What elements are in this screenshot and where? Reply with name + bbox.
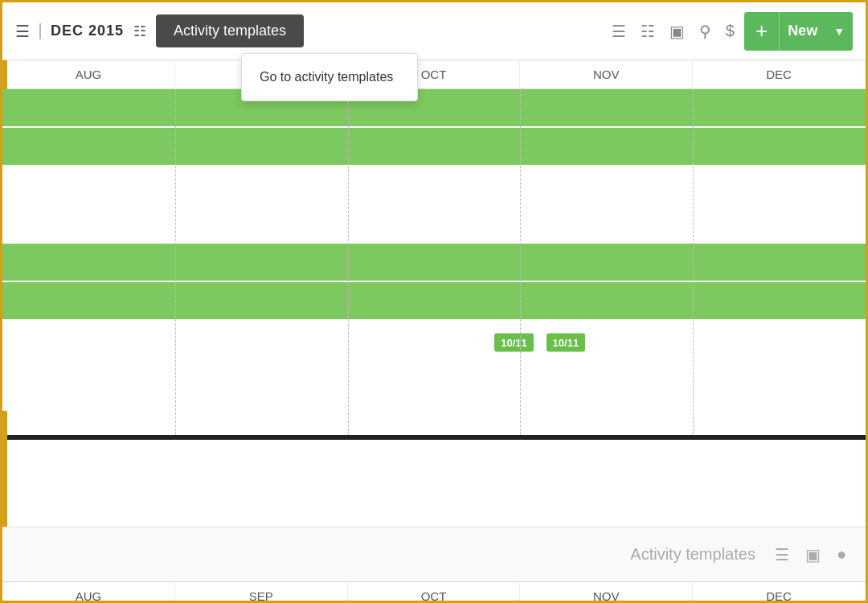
gantt-row-5 (2, 282, 866, 321)
list-view-icon[interactable]: ☰ (612, 22, 626, 41)
new-button-group: + New ▼ (744, 12, 853, 51)
bottom-pin-icon[interactable]: ● (837, 545, 846, 564)
gantt-area: AUG SEP OCT NOV DEC 10/11 (2, 60, 866, 527)
bottom-icons: ☰ ▣ ● (775, 545, 846, 564)
toolbar-icons-group: ☰ ☷ ▣ ⚲ $ (612, 22, 735, 41)
gantt-bar-2 (2, 128, 866, 165)
date-label: DEC 2015 (51, 23, 124, 39)
v-line-2 (348, 89, 349, 435)
gantt-row-7 (2, 366, 866, 411)
gantt-row-6: 10/11 10/11 (2, 321, 866, 366)
gantt-row-2 (2, 128, 866, 166)
bottom-bar: Activity templates ☰ ▣ ● (2, 527, 866, 581)
month-header: AUG SEP OCT NOV DEC (2, 60, 866, 89)
bottom-grid-icon[interactable]: ▣ (805, 545, 821, 564)
new-chevron-button[interactable]: ▼ (825, 12, 853, 51)
gantt-bar-5 (2, 282, 866, 319)
bottom-month-oct: OCT (348, 582, 521, 603)
bottom-month-dec: DEC (693, 582, 866, 603)
hierarchy-icon[interactable]: ☷ (641, 22, 655, 41)
dollar-icon[interactable]: $ (726, 22, 735, 40)
toolbar: ☰ DEC 2015 ☷ Activity templates ☰ ☷ ▣ ⚲ … (2, 2, 866, 60)
hamburger-icon[interactable]: ☰ (15, 22, 30, 41)
grid-view-icon[interactable]: ▣ (669, 22, 685, 41)
thick-divider (2, 435, 866, 440)
date-badge-1: 10/11 (494, 334, 534, 352)
v-line-4 (693, 89, 694, 435)
month-nov: NOV (520, 60, 693, 88)
activity-templates-button[interactable]: Activity templates (156, 14, 304, 47)
bottom-month-header: AUG SEP OCT NOV DEC (2, 581, 866, 603)
bottom-list-icon[interactable]: ☰ (775, 545, 789, 564)
v-line-1 (175, 89, 176, 435)
new-label[interactable]: New (780, 12, 825, 51)
gantt-bar-4 (2, 244, 866, 281)
gantt-rows: 10/11 10/11 (2, 89, 866, 435)
gantt-bar-1 (2, 89, 866, 126)
bottom-month-aug: AUG (2, 582, 175, 603)
bottom-month-nov: NOV (520, 582, 693, 603)
location-icon[interactable]: ⚲ (699, 22, 711, 41)
month-dec: DEC (693, 60, 866, 88)
gantt-row-1 (2, 89, 866, 128)
date-badge-2: 10/11 (547, 334, 586, 352)
activity-templates-dropdown: Go to activity templates (241, 53, 418, 101)
calendar-grid-icon[interactable]: ☷ (133, 23, 146, 40)
gantt-row-3 (2, 166, 866, 244)
new-plus-button[interactable]: + (744, 12, 780, 51)
v-line-3 (520, 89, 521, 435)
month-aug: AUG (2, 60, 175, 88)
gantt-row-4 (2, 244, 866, 282)
toolbar-divider (39, 23, 41, 39)
bottom-title: Activity templates (630, 545, 755, 564)
go-to-activity-templates-item[interactable]: Go to activity templates (242, 59, 417, 96)
bottom-month-sep: SEP (175, 582, 348, 603)
